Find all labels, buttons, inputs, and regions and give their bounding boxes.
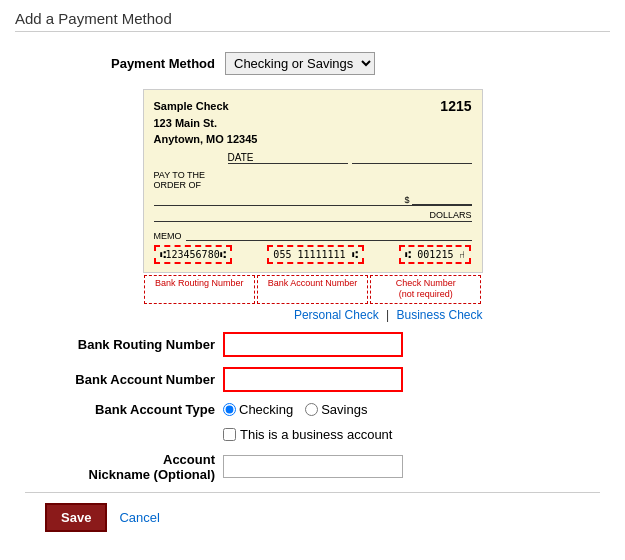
account-type-label: Bank Account Type [45, 402, 215, 417]
check-name-address: Sample Check 123 Main St. Anytown, MO 12… [154, 98, 258, 148]
form-divider [25, 492, 600, 493]
business-account-text: This is a business account [240, 427, 392, 442]
savings-radio[interactable] [305, 403, 318, 416]
check-labels: Bank Routing Number Bank Account Number … [143, 275, 483, 304]
payment-method-select[interactable]: Checking or Savings [225, 52, 375, 75]
save-button[interactable]: Save [45, 503, 107, 532]
checknum-label: Check Number(not required) [370, 275, 481, 304]
checking-radio[interactable] [223, 403, 236, 416]
routing-label: Bank Routing Number [144, 275, 255, 304]
check-links: Personal Check | Business Check [143, 308, 483, 322]
dollar-sign: $ [404, 195, 409, 205]
memo-row: MEMO [154, 228, 472, 241]
page-container: Add a Payment Method Payment Method Chec… [0, 0, 625, 550]
nickname-label: Account Nickname (Optional) [45, 452, 215, 482]
check-micr: ⑆123456780⑆ 055 11111111 ⑆ ⑆ 001215 ⑁ [154, 245, 472, 264]
page-title: Add a Payment Method [15, 10, 610, 32]
business-account-checkbox[interactable] [223, 428, 236, 441]
personal-check-link[interactable]: Personal Check [294, 308, 379, 322]
form-rows: Bank Routing Number Bank Account Number … [25, 332, 600, 482]
check-diagram: Sample Check 123 Main St. Anytown, MO 12… [143, 89, 483, 273]
check-image-container: Sample Check 123 Main St. Anytown, MO 12… [25, 89, 600, 322]
check-date-line: DATE [154, 152, 472, 164]
checking-radio-label[interactable]: Checking [223, 402, 293, 417]
account-number-label: Bank Account Number [45, 372, 215, 387]
cancel-link[interactable]: Cancel [119, 510, 159, 525]
date-label: DATE [228, 152, 348, 164]
account-label: Bank Account Number [257, 275, 368, 304]
account-type-radio-group: Checking Savings [223, 402, 367, 417]
micr-account: 055 11111111 ⑆ [267, 245, 363, 264]
micr-routing: ⑆123456780⑆ [154, 245, 232, 264]
checking-label: Checking [239, 402, 293, 417]
routing-number-row: Bank Routing Number [45, 332, 600, 357]
micr-checknum: ⑆ 001215 ⑁ [399, 245, 471, 264]
business-account-label[interactable]: This is a business account [223, 427, 392, 442]
link-separator: | [386, 308, 389, 322]
dollars-label: DOLLARS [154, 210, 472, 222]
savings-radio-label[interactable]: Savings [305, 402, 367, 417]
account-number-input[interactable] [223, 367, 403, 392]
form-section: Payment Method Checking or Savings Sampl… [15, 44, 610, 540]
pay-to-line: $ [154, 192, 472, 206]
savings-label: Savings [321, 402, 367, 417]
payment-method-label: Payment Method [45, 56, 215, 71]
account-number-row: Bank Account Number [45, 367, 600, 392]
date-underline [352, 152, 472, 164]
routing-number-label: Bank Routing Number [45, 337, 215, 352]
payment-method-row: Payment Method Checking or Savings [25, 52, 600, 75]
account-type-row: Bank Account Type Checking Savings [45, 402, 600, 417]
business-check-link[interactable]: Business Check [396, 308, 482, 322]
memo-label: MEMO [154, 231, 182, 241]
check-number: 1215 [440, 98, 471, 148]
check-top: Sample Check 123 Main St. Anytown, MO 12… [154, 98, 472, 148]
routing-number-input[interactable] [223, 332, 403, 357]
nickname-input[interactable] [223, 455, 403, 478]
action-row: Save Cancel [25, 503, 600, 532]
pay-to-label: PAY TO THEORDER OF [154, 170, 472, 190]
business-account-row: This is a business account [45, 427, 600, 442]
nickname-row: Account Nickname (Optional) [45, 452, 600, 482]
